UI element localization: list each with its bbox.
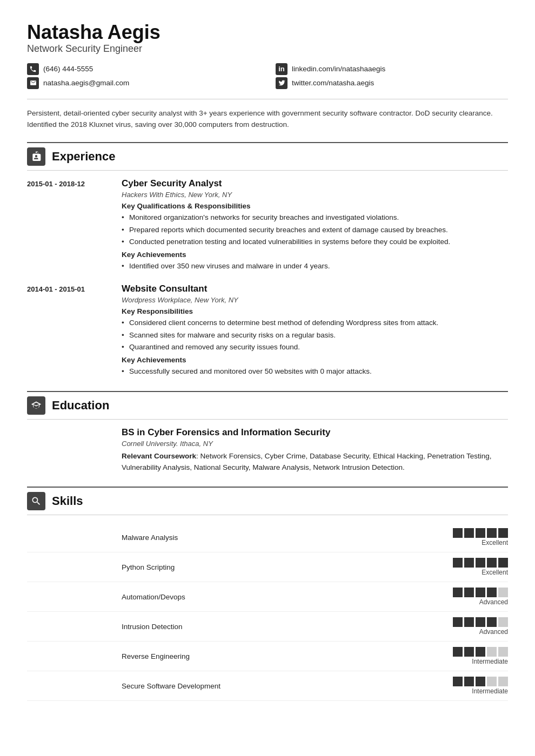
skills-title: Skills: [52, 494, 83, 508]
job-2-responsibilities: Considered client concerns to determine …: [122, 318, 508, 353]
contact-twitter: twitter.com/natasha.aegis: [276, 77, 508, 89]
skill-bars: [453, 588, 508, 597]
list-item: Prepared reports which documented securi…: [122, 225, 508, 235]
education-section: Education BS in Cyber Forensics and Info…: [27, 391, 508, 474]
skill-bars: [453, 647, 508, 657]
skill-bar: [453, 617, 463, 627]
experience-section: Experience 2015-01 - 2018-12 Cyber Secur…: [27, 142, 508, 378]
skill-row: Reverse EngineeringIntermediate: [27, 642, 508, 671]
skills-icon: [27, 492, 45, 510]
list-item: Successfully secured and monitored over …: [122, 366, 508, 377]
skills-section: Skills Malware AnalysisExcellentPython S…: [27, 487, 508, 701]
skill-bars: [453, 617, 508, 627]
summary-text: Persistent, detail-oriented cyber securi…: [27, 99, 508, 131]
job-2-dates: 2014-01 - 2015-01: [27, 284, 111, 378]
contact-grid: (646) 444-5555 in linkedin.com/in/natash…: [27, 63, 508, 89]
experience-icon: [27, 147, 45, 166]
job-1-title: Cyber Security Analyst: [122, 178, 508, 189]
candidate-title: Network Security Engineer: [27, 43, 508, 55]
skill-bar: [453, 528, 463, 538]
skill-bar: [498, 647, 508, 657]
skill-bars: [453, 677, 508, 686]
skill-name: Secure Software Development: [122, 682, 442, 690]
skill-bar: [476, 647, 485, 657]
skill-rating: Excellent: [453, 528, 508, 546]
job-2-achievements: Successfully secured and monitored over …: [122, 366, 508, 377]
resume-header: Natasha Aegis Network Security Engineer …: [27, 22, 508, 89]
skill-row: Intrusion DetectionAdvanced: [27, 612, 508, 642]
skill-level-label: Advanced: [479, 598, 508, 606]
skill-bar: [498, 558, 508, 568]
job-2-title: Website Consultant: [122, 284, 508, 294]
skill-bar: [487, 677, 497, 686]
education-title: Education: [52, 399, 109, 413]
skill-bar: [453, 677, 463, 686]
contact-linkedin: in linkedin.com/in/natashaaegis: [276, 63, 508, 75]
job-2-resp-heading: Key Responsibilities: [122, 307, 508, 315]
job-1-details: Cyber Security Analyst Hackers With Ethi…: [122, 178, 508, 273]
skill-row: Secure Software DevelopmentIntermediate: [27, 671, 508, 701]
linkedin-icon: in: [276, 63, 287, 75]
skill-row: Automation/DevopsAdvanced: [27, 582, 508, 612]
phone-text: (646) 444-5555: [43, 65, 93, 73]
job-entry-1: 2015-01 - 2018-12 Cyber Security Analyst…: [27, 178, 508, 273]
education-entry-1: BS in Cyber Forensics and Information Se…: [27, 427, 508, 474]
edu-1-empty: [27, 427, 111, 474]
skill-row: Python ScriptingExcellent: [27, 552, 508, 582]
skill-bar: [487, 528, 497, 538]
skill-level-label: Excellent: [482, 569, 508, 576]
skill-bar: [476, 677, 485, 686]
job-2-ach-heading: Key Achievements: [122, 356, 508, 364]
skill-name: Intrusion Detection: [122, 623, 442, 631]
skill-bar: [464, 617, 474, 627]
skill-bar: [464, 558, 474, 568]
skill-name: Python Scripting: [122, 563, 442, 571]
skill-bar: [464, 588, 474, 597]
list-item: Conducted penetration testing and locate…: [122, 237, 508, 247]
education-icon: [27, 396, 45, 415]
job-1-responsibilities: Monitored organization's networks for se…: [122, 212, 508, 247]
skill-bar: [487, 558, 497, 568]
list-item: Monitored organization's networks for se…: [122, 212, 508, 223]
skill-bar: [487, 647, 497, 657]
skill-bar: [453, 588, 463, 597]
skill-bar: [487, 588, 497, 597]
skill-bar: [476, 588, 485, 597]
job-1-company: Hackers With Ethics, New York, NY: [122, 191, 508, 199]
job-2-details: Website Consultant Wordpress Workplace, …: [122, 284, 508, 378]
skill-name: Malware Analysis: [122, 534, 442, 542]
skill-name: Reverse Engineering: [122, 652, 442, 660]
skill-level-label: Intermediate: [472, 658, 508, 665]
skill-rating: Intermediate: [453, 677, 508, 695]
skill-bar: [453, 558, 463, 568]
linkedin-text: linkedin.com/in/natashaaegis: [292, 65, 385, 73]
contact-phone: (646) 444-5555: [27, 63, 259, 75]
skill-rating: Advanced: [453, 617, 508, 636]
skill-bar: [453, 647, 463, 657]
skill-rating: Intermediate: [453, 647, 508, 665]
experience-title: Experience: [52, 150, 115, 164]
job-2-company: Wordpress Workplace, New York, NY: [122, 296, 508, 304]
list-item: Considered client concerns to determine …: [122, 318, 508, 328]
skills-list: Malware AnalysisExcellentPython Scriptin…: [27, 523, 508, 701]
skill-bar: [476, 528, 485, 538]
list-item: Quarantined and removed any security iss…: [122, 342, 508, 353]
job-1-achievements: Identified over 350 new viruses and malw…: [122, 261, 508, 272]
education-header: Education: [27, 391, 508, 420]
skill-level-label: Intermediate: [472, 687, 508, 695]
skill-rating: Advanced: [453, 588, 508, 606]
job-1-resp-heading: Key Qualifications & Responsibilities: [122, 202, 508, 210]
skill-bars: [453, 528, 508, 538]
skill-name: Automation/Devops: [122, 593, 442, 601]
skill-bar: [487, 617, 497, 627]
skill-bar: [498, 528, 508, 538]
list-item: Scanned sites for malware and security r…: [122, 330, 508, 341]
job-1-ach-heading: Key Achievements: [122, 251, 508, 259]
skill-bar: [464, 647, 474, 657]
skills-header: Skills: [27, 487, 508, 515]
skill-bar: [464, 677, 474, 686]
list-item: Identified over 350 new viruses and malw…: [122, 261, 508, 272]
skill-rating: Excellent: [453, 558, 508, 576]
edu-1-details: BS in Cyber Forensics and Information Se…: [122, 427, 508, 474]
edu-1-degree: BS in Cyber Forensics and Information Se…: [122, 427, 508, 438]
